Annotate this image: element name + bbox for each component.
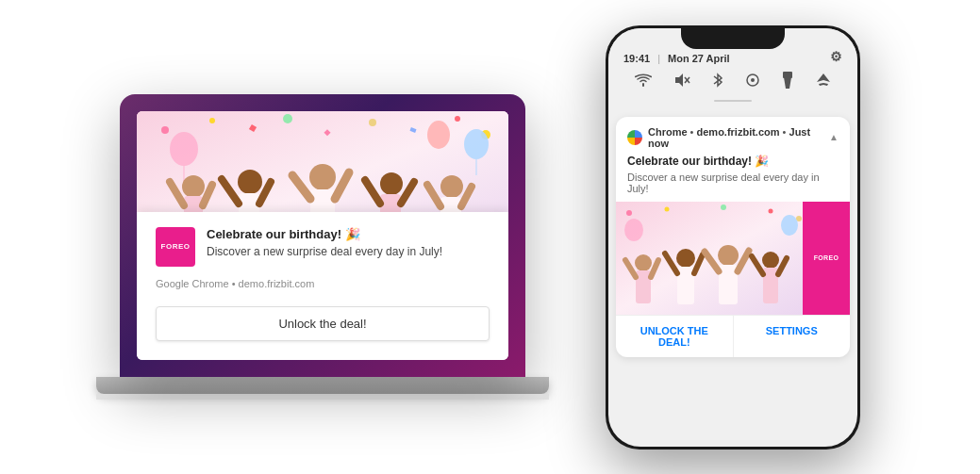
svg-point-27 [380, 172, 403, 195]
laptop-base-bottom [96, 394, 549, 400]
scene: FOREO Celebrate our birthday! 🎉 Discover… [0, 0, 980, 474]
popup-title: Celebrate our birthday! 🎉 [207, 227, 490, 241]
svg-point-1 [161, 126, 169, 134]
popup-body: Discover a new surprise deal every day i… [207, 244, 490, 260]
phone-screen: 19:41 | Mon 27 April ⚙ [608, 28, 857, 447]
laptop-unlock-button[interactable]: Unlock the deal! [156, 306, 490, 341]
phone-notif-image-wrapper: FOREO [616, 202, 850, 315]
airplane-icon [815, 73, 832, 91]
svg-point-43 [626, 210, 632, 216]
flashlight-icon [782, 72, 793, 92]
svg-point-23 [309, 164, 336, 190]
phone-notif-logo: FOREO [803, 202, 850, 315]
chrome-icon [627, 130, 642, 145]
bluetooth-icon [712, 73, 723, 91]
phone-notif-source: Chrome • demo.frizbit.com • Just now [648, 126, 823, 149]
svg-point-45 [721, 204, 726, 210]
phone-notif-party-image [616, 202, 803, 315]
rotation-icon [745, 73, 760, 91]
laptop-device: FOREO Celebrate our birthday! 🎉 Discover… [120, 94, 549, 400]
svg-point-48 [624, 219, 643, 241]
status-right: ⚙ [830, 49, 842, 64]
svg-point-49 [781, 215, 798, 236]
phone-device: 19:41 | Mon 27 April ⚙ [606, 25, 860, 449]
popup-source: Google Chrome • demo.frizbit.com [156, 278, 490, 289]
svg-point-62 [762, 252, 779, 269]
phone-notif-title: Celebrate our birthday! 🎉 [616, 155, 850, 172]
laptop-body: FOREO Celebrate our birthday! 🎉 Discover… [120, 94, 525, 377]
phone-notif-app: Chrome [648, 126, 688, 138]
popup-text-content: Celebrate our birthday! 🎉 Discover a new… [207, 227, 490, 260]
svg-point-50 [635, 254, 652, 271]
phone-notification-card: Chrome • demo.frizbit.com • Just now ▲ C… [616, 117, 850, 357]
laptop-screen: FOREO Celebrate our birthday! 🎉 Discover… [137, 111, 508, 360]
svg-point-6 [369, 119, 376, 126]
svg-point-2 [209, 118, 215, 123]
popup-header: FOREO Celebrate our birthday! 🎉 Discover… [156, 227, 490, 267]
svg-point-12 [464, 129, 489, 159]
svg-point-14 [427, 121, 450, 149]
laptop-notification-popup: FOREO Celebrate our birthday! 🎉 Discover… [137, 212, 508, 360]
svg-point-44 [665, 206, 670, 211]
svg-point-8 [455, 116, 460, 122]
svg-point-58 [718, 245, 739, 266]
popup-logo: FOREO [156, 227, 195, 267]
phone-notif-body: Discover a new surprise deal every day i… [616, 172, 850, 202]
svg-point-46 [769, 208, 773, 213]
phone-settings-action[interactable]: SETTINGS [733, 316, 851, 357]
phone-body: 19:41 | Mon 27 April ⚙ [606, 25, 860, 449]
phone-icons-row [608, 68, 857, 100]
svg-point-10 [170, 132, 198, 166]
svg-marker-40 [784, 77, 791, 89]
chevron-up-icon[interactable]: ▲ [829, 132, 839, 142]
laptop-base [96, 377, 549, 394]
status-date: Mon 27 April [668, 53, 730, 64]
svg-rect-41 [783, 72, 792, 78]
gear-icon[interactable]: ⚙ [830, 49, 842, 64]
svg-point-15 [182, 175, 205, 198]
status-left: 19:41 | Mon 27 April [623, 53, 730, 64]
svg-point-31 [440, 175, 463, 198]
svg-point-4 [283, 114, 292, 123]
phone-unlock-action[interactable]: UNLOCK THE DEAL! [616, 316, 733, 357]
svg-marker-35 [675, 74, 683, 87]
status-time: 19:41 [623, 53, 650, 64]
wifi-icon [635, 74, 652, 90]
svg-point-19 [238, 170, 262, 194]
phone-notif-actions: UNLOCK THE DEAL! SETTINGS [616, 315, 850, 357]
phone-notif-header: Chrome • demo.frizbit.com • Just now ▲ [616, 117, 850, 155]
volume-mute-icon [673, 74, 690, 90]
svg-point-39 [751, 78, 755, 82]
phone-notch [681, 28, 785, 49]
status-separator: | [657, 53, 660, 64]
svg-point-54 [676, 249, 695, 268]
